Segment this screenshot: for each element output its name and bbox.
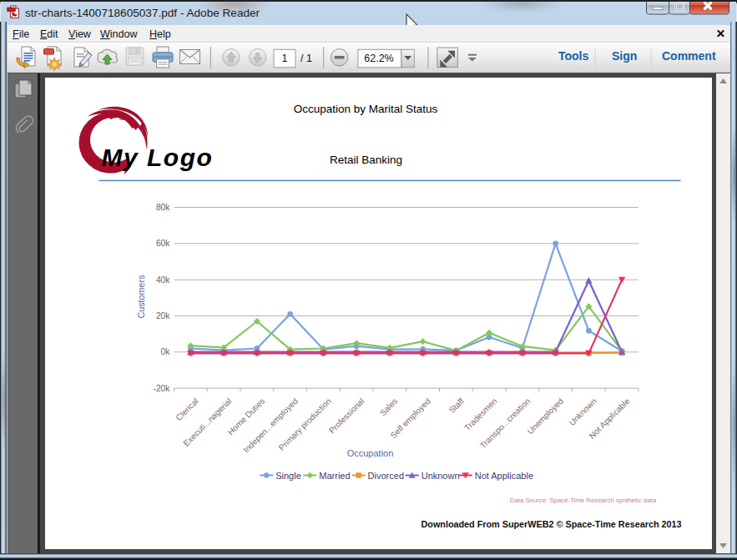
svg-text:Single: Single: [275, 470, 301, 480]
svg-text:Unknown: Unknown: [421, 470, 459, 480]
svg-text:Tradesmen: Tradesmen: [462, 396, 498, 431]
svg-text:/ 1: / 1: [300, 53, 312, 64]
svg-text:Sales: Sales: [377, 396, 398, 416]
svg-text:Occupation by Marital Status: Occupation by Marital Status: [293, 102, 437, 114]
svg-text:1: 1: [282, 53, 288, 64]
svg-text:Clerical: Clerical: [174, 396, 199, 421]
svg-text:Downloaded From SuperWEB2 © Sp: Downloaded From SuperWEB2 © Space-Time R…: [421, 519, 681, 529]
svg-text:20k: 20k: [155, 311, 169, 320]
svg-text:0k: 0k: [160, 347, 170, 356]
svg-text:Divorced: Divorced: [367, 470, 403, 480]
svg-text:60k: 60k: [155, 239, 169, 248]
svg-text:Customers: Customers: [135, 274, 145, 318]
svg-text:62.2%: 62.2%: [364, 53, 393, 64]
svg-text:Retail Banking: Retail Banking: [329, 153, 401, 165]
svg-text:Staff: Staff: [447, 396, 465, 414]
svg-text:-20k: -20k: [153, 383, 170, 392]
svg-text:Data Source: Space-Time Resear: Data Source: Space-Time Research synthet…: [509, 496, 656, 503]
svg-text:My Logo: My Logo: [101, 144, 213, 171]
svg-text:Occupation: Occupation: [346, 447, 393, 457]
svg-text:Professional: Professional: [326, 396, 366, 435]
svg-text:Not Applicable: Not Applicable: [474, 470, 533, 480]
svg-text:Indepen...employed: Indepen...employed: [241, 396, 300, 454]
svg-text:80k: 80k: [155, 203, 169, 212]
svg-text:Married: Married: [319, 470, 350, 480]
svg-text:Unknown: Unknown: [567, 396, 598, 426]
svg-text:40k: 40k: [155, 275, 169, 284]
